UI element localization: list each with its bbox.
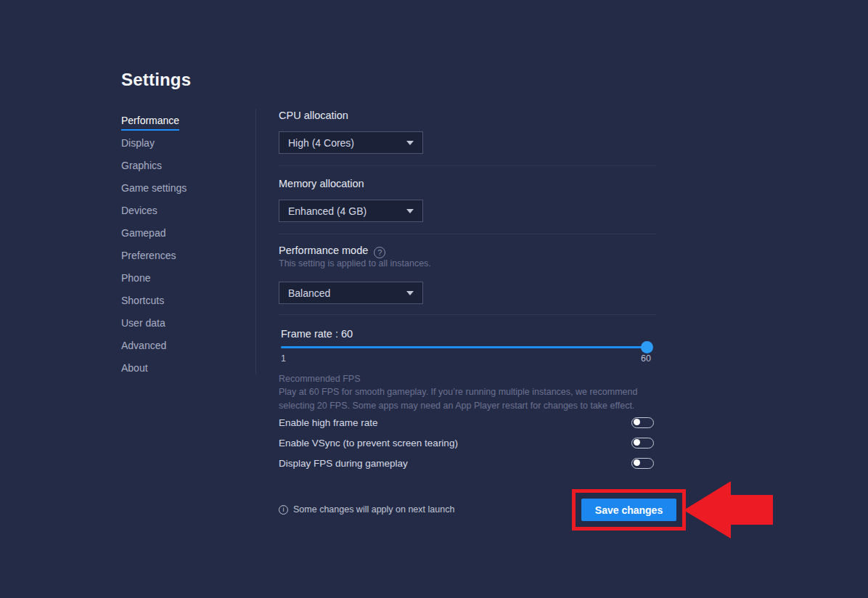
sidebar-item-advanced[interactable]: Advanced xyxy=(121,340,187,362)
recommended-fps-title: Recommended FPS xyxy=(279,374,361,384)
slider-scale: 1 60 xyxy=(281,353,651,364)
toggle-row-vsync: Enable VSync (to prevent screen tearing) xyxy=(279,435,654,450)
performance-mode-value: Balanced xyxy=(288,287,330,299)
cpu-allocation-value: High (4 Cores) xyxy=(288,137,354,149)
high-frame-rate-toggle[interactable] xyxy=(631,417,654,428)
slider-min-label: 1 xyxy=(281,353,286,364)
sidebar-divider xyxy=(255,109,256,374)
chevron-down-icon xyxy=(406,141,414,145)
sidebar-item-preferences[interactable]: Preferences xyxy=(121,250,187,272)
toggle-row-high-frame-rate: Enable high frame rate xyxy=(279,415,654,430)
sidebar-item-performance[interactable]: Performance xyxy=(121,115,187,137)
footer-note: i Some changes will apply on next launch xyxy=(279,504,454,515)
chevron-down-icon xyxy=(406,209,414,213)
cpu-allocation-dropdown[interactable]: High (4 Cores) xyxy=(279,131,423,154)
sidebar-item-about[interactable]: About xyxy=(121,362,187,385)
cpu-allocation-label: CPU allocation xyxy=(279,110,348,121)
save-changes-button[interactable]: Save changes xyxy=(581,499,676,521)
section-divider xyxy=(279,234,656,234)
performance-mode-label-row: Performance mode? xyxy=(279,245,385,258)
red-arrow-body xyxy=(731,495,773,525)
memory-allocation-dropdown[interactable]: Enhanced (4 GB) xyxy=(279,200,423,222)
toggle-knob xyxy=(634,459,640,466)
info-circle-icon: i xyxy=(279,505,288,515)
sidebar-item-game-settings[interactable]: Game settings xyxy=(121,182,187,205)
sidebar-item-gamepad[interactable]: Gamepad xyxy=(121,227,187,250)
toggle-knob xyxy=(634,419,640,425)
vsync-toggle[interactable] xyxy=(631,438,654,448)
sidebar: Performance Display Graphics Game settin… xyxy=(121,115,187,385)
frame-rate-label: Frame rate : 60 xyxy=(281,328,353,340)
sidebar-item-phone[interactable]: Phone xyxy=(121,272,187,295)
sidebar-item-devices[interactable]: Devices xyxy=(121,205,187,227)
page-title: Settings xyxy=(121,70,191,90)
slider-max-label: 60 xyxy=(641,353,651,364)
chevron-down-icon xyxy=(406,291,414,295)
slider-knob[interactable] xyxy=(641,341,653,353)
settings-page: Settings Performance Display Graphics Ga… xyxy=(0,0,868,598)
slider-track[interactable] xyxy=(281,346,646,348)
sidebar-item-display[interactable]: Display xyxy=(121,137,187,160)
toggle-label: Enable high frame rate xyxy=(279,417,378,428)
memory-allocation-value: Enhanced (4 GB) xyxy=(288,205,367,217)
performance-mode-note: This setting is applied to all instances… xyxy=(279,258,431,269)
sidebar-item-graphics[interactable]: Graphics xyxy=(121,160,187,182)
performance-mode-dropdown[interactable]: Balanced xyxy=(279,282,423,304)
toggle-label: Enable VSync (to prevent screen tearing) xyxy=(279,438,458,448)
toggle-label: Display FPS during gameplay xyxy=(279,458,408,469)
toggle-row-display-fps: Display FPS during gameplay xyxy=(279,456,654,470)
frame-rate-slider[interactable] xyxy=(281,341,646,353)
section-divider xyxy=(279,165,656,166)
toggle-knob xyxy=(634,439,640,446)
section-divider xyxy=(279,314,656,315)
red-arrow-left-icon xyxy=(684,481,731,538)
display-fps-toggle[interactable] xyxy=(631,458,654,469)
sidebar-item-shortcuts[interactable]: Shortcuts xyxy=(121,295,187,317)
question-circle-icon[interactable]: ? xyxy=(374,247,385,258)
performance-mode-label: Performance mode xyxy=(279,245,368,256)
footer-note-text: Some changes will apply on next launch xyxy=(293,504,454,515)
sidebar-item-user-data[interactable]: User data xyxy=(121,317,187,340)
memory-allocation-label: Memory allocation xyxy=(279,178,364,189)
recommended-fps-body: Play at 60 FPS for smooth gameplay. If y… xyxy=(279,385,659,413)
